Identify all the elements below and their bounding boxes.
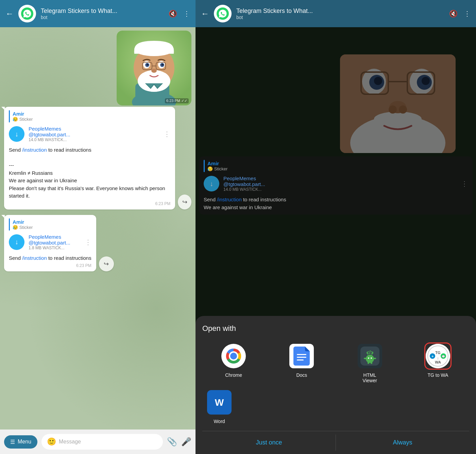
right-instruction-link[interactable]: /instruction <box>217 197 242 202</box>
svg-text:W: W <box>215 397 224 408</box>
instruction-link-2[interactable]: /instruction <box>22 255 47 261</box>
html-viewer-label: HTML Viewer <box>362 372 377 383</box>
docs-label: Docs <box>296 372 307 378</box>
message-input[interactable]: 🙂 Message <box>41 434 163 450</box>
app-docs[interactable]: Docs <box>270 342 333 383</box>
app-tg-wa[interactable]: TG ↕ WA ✈ 💬 <box>407 342 469 383</box>
file-row-1: ↓ PeopleMemes @tgtowabot.part... 14.0 MB… <box>9 124 170 144</box>
app-chrome[interactable]: Chrome <box>202 342 265 383</box>
chrome-icon-wrap <box>220 342 247 370</box>
right-mute-icon[interactable]: 🔇 <box>449 10 458 18</box>
right-header-info: Telegram Stickers to What... bot <box>236 7 444 20</box>
forward-button-2[interactable]: ↪ <box>99 256 114 271</box>
sticker-time: 6:23 PM ✓✓ <box>165 98 189 103</box>
left-header: ← Telegram Stickers to What... bot 🔇 ⋮ <box>0 0 196 27</box>
right-msg-preview: Amir 😥 Sticker ↓ PeopleMemes @tgtowabot.… <box>199 156 473 215</box>
mute-icon[interactable]: 🔇 <box>169 10 177 18</box>
message-time-2: 6:23 PM <box>9 263 91 268</box>
message-row-2: Amir 😥 Sticker ↓ PeopleMemes @tgtowabot.… <box>4 215 191 274</box>
file-size-1: 14.0 MB WASTICK... <box>29 137 159 142</box>
app-html-viewer[interactable]: </> <box>339 342 401 383</box>
menu-label: Menu <box>18 439 31 445</box>
tg-wa-icon-bg: TG ↕ WA ✈ 💬 <box>426 344 450 368</box>
right-file-menu-dots[interactable]: ⋮ <box>461 180 468 188</box>
sent-sticker-area: 6:23 PM ✓✓ <box>4 31 191 105</box>
right-header-subtitle: bot <box>236 15 444 20</box>
app-word[interactable]: W Word <box>206 389 233 424</box>
svg-rect-58 <box>371 361 372 364</box>
right-sender-accent <box>204 160 205 172</box>
svg-point-15 <box>151 69 157 73</box>
right-back-button[interactable]: ← <box>201 9 209 18</box>
svg-point-54 <box>371 357 372 359</box>
right-avatar <box>214 5 232 22</box>
avatar <box>18 5 36 22</box>
file-row-2: ↓ PeopleMemes @tgtowabot.part... 1.8 MB … <box>9 232 91 252</box>
back-button[interactable]: ← <box>5 9 14 18</box>
sender-accent-1 <box>9 110 10 122</box>
right-header-title: Telegram Stickers to What... <box>236 7 444 15</box>
menu-dots-icon[interactable]: ⋮ <box>183 10 190 18</box>
right-file-row: ↓ PeopleMemes @tgtowabot.part... 14.0 MB… <box>204 173 468 194</box>
file-menu-dots-1[interactable]: ⋮ <box>164 130 170 138</box>
html-viewer-icon-wrap: </> <box>356 342 384 370</box>
sender-bar-2: Amir 😥 Sticker <box>9 218 91 231</box>
emoji-icon[interactable]: 🙂 <box>47 437 56 446</box>
svg-point-53 <box>368 357 369 359</box>
just-once-button[interactable]: Just once <box>202 431 336 454</box>
file-info-2: PeopleMemes @tgtowabot.part... 1.8 MB WA… <box>29 234 81 250</box>
sender-name-2: Amir <box>13 219 33 225</box>
menu-button[interactable]: ☰ Menu <box>4 435 37 449</box>
right-menu-dots-icon[interactable]: ⋮ <box>464 10 471 18</box>
right-sticker-label: 😥 Sticker <box>207 166 227 171</box>
message-bubble-1: Amir 😥 Sticker ↓ PeopleMemes @tgtowabot.… <box>4 107 175 209</box>
read-ticks: ✓✓ <box>181 99 187 103</box>
tg-wa-icon-wrap: TG ↕ WA ✈ 💬 <box>424 342 452 370</box>
instruction-link-1[interactable]: /instruction <box>22 147 47 153</box>
svg-point-51 <box>367 352 368 354</box>
header-subtitle: bot <box>41 15 164 20</box>
chrome-label: Chrome <box>225 372 242 378</box>
file-name-2: PeopleMemes <box>29 234 81 240</box>
attachment-icon[interactable]: 📎 <box>167 437 177 447</box>
microphone-icon[interactable]: 🎤 <box>181 437 191 447</box>
right-file-name: PeopleMemes <box>223 175 457 181</box>
sticker-label-2: 😥 Sticker <box>13 225 33 230</box>
svg-text:WA: WA <box>435 360 441 364</box>
download-button-2[interactable]: ↓ <box>9 234 24 250</box>
input-placeholder: Message <box>59 439 81 445</box>
always-button[interactable]: Always <box>336 431 469 454</box>
svg-text:↕: ↕ <box>437 356 439 360</box>
word-label: Word <box>214 419 225 424</box>
tg-wa-label: TG to WA <box>427 372 448 378</box>
word-icon-bg: W <box>207 390 232 415</box>
file-menu-dots-2[interactable]: ⋮ <box>85 238 91 246</box>
svg-rect-55 <box>364 358 367 359</box>
header-icons: 🔇 ⋮ <box>169 10 190 18</box>
sticker-emoji-1: 😥 <box>13 117 18 122</box>
download-button-1[interactable]: ↓ <box>9 126 24 142</box>
docs-icon-bg <box>289 344 314 368</box>
svg-rect-43 <box>297 357 306 358</box>
svg-point-41 <box>230 353 237 359</box>
apps-row2: W Word <box>202 389 469 424</box>
file-size-2: 1.8 MB WASTICK... <box>29 246 81 250</box>
file-info-1: PeopleMemes @tgtowabot.part... 14.0 MB W… <box>29 126 159 142</box>
sticker-image: 6:23 PM ✓✓ <box>117 31 191 105</box>
sender-bar-1: Amir 😥 Sticker <box>9 110 170 122</box>
right-panel: ← Telegram Stickers to What... bot 🔇 ⋮ <box>196 0 476 454</box>
dialog-actions: Just once Always <box>202 431 469 454</box>
svg-point-14 <box>162 64 164 66</box>
file-name-1: PeopleMemes <box>29 126 159 132</box>
left-panel: ← Telegram Stickers to What... bot 🔇 ⋮ <box>0 0 196 454</box>
forward-button-1[interactable]: ↪ <box>178 195 191 209</box>
message-time-1: 6:23 PM <box>9 201 170 206</box>
sender-accent-2 <box>9 218 10 231</box>
svg-point-13 <box>147 64 149 66</box>
docs-icon-wrap <box>288 342 315 370</box>
right-file-handle: @tgtowabot.part... <box>223 181 457 187</box>
svg-point-59 <box>426 344 450 368</box>
right-content-area: Amir 😥 Sticker ↓ PeopleMemes @tgtowabot.… <box>196 27 476 454</box>
right-download-btn[interactable]: ↓ <box>204 176 219 191</box>
svg-rect-56 <box>373 358 376 359</box>
